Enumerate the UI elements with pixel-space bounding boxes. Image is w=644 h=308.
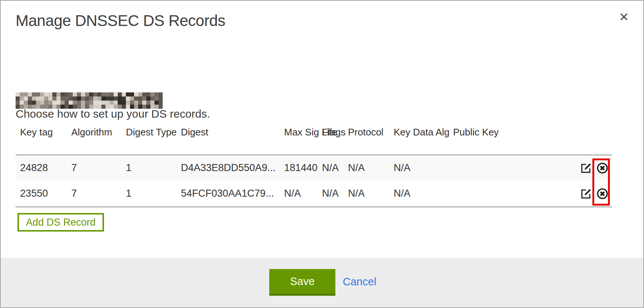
cell-flags: N/A (318, 155, 344, 181)
cell-key-tag: 23550 (16, 181, 67, 207)
col-header-digest-type: Digest Type (121, 124, 176, 155)
col-header-actions (538, 124, 612, 155)
page-title: Manage DNSSEC DS Records (16, 12, 225, 30)
col-header-protocol: Protocol (344, 124, 389, 155)
cell-digest-type: 1 (121, 155, 176, 181)
cell-public-key (449, 155, 538, 181)
table-row: 24828 7 1 D4A33E8DD550A9... 1814400 N/A … (16, 155, 612, 181)
add-ds-record-button[interactable]: Add DS Record (17, 213, 104, 232)
table-row: 23550 7 1 54FCF030AA1C79... N/A N/A N/A … (16, 181, 612, 207)
edit-record-button[interactable] (580, 188, 592, 200)
cell-key-data-alg: N/A (389, 181, 449, 207)
col-header-algorithm: Algorithm (67, 124, 121, 155)
cancel-link[interactable]: Cancel (343, 276, 376, 288)
dialog-footer: Save Cancel (1, 258, 643, 307)
manage-dnssec-dialog: Manage DNSSEC DS Records ✕ Choose how to… (0, 0, 644, 308)
cell-max-sig-life: N/A (280, 181, 318, 207)
close-icon[interactable]: ✕ (616, 9, 632, 25)
delete-record-button[interactable] (596, 162, 608, 174)
col-header-digest: Digest (176, 124, 280, 155)
table-header-row: Key tag Algorithm Digest Type Digest Max… (16, 124, 612, 155)
delete-record-button[interactable] (596, 188, 608, 200)
delete-icon (596, 188, 608, 200)
cell-digest: D4A33E8DD550A9... (176, 155, 280, 181)
edit-record-button[interactable] (580, 162, 592, 174)
subtitle-instructions: Choose how to set up your DS records. (16, 108, 210, 120)
cell-protocol: N/A (344, 155, 389, 181)
cell-digest-type: 1 (121, 181, 176, 207)
delete-icon (596, 162, 608, 174)
edit-icon (580, 188, 592, 200)
row-actions (538, 181, 612, 207)
save-button[interactable]: Save (269, 269, 335, 296)
cell-flags: N/A (318, 181, 344, 207)
cell-digest: 54FCF030AA1C79... (176, 181, 280, 207)
cell-protocol: N/A (344, 181, 389, 207)
ds-records-table: Key tag Algorithm Digest Type Digest Max… (16, 124, 612, 207)
cell-key-tag: 24828 (16, 155, 67, 181)
cell-algorithm: 7 (67, 155, 121, 181)
col-header-max-sig-life: Max Sig Life (280, 124, 318, 155)
edit-icon (580, 162, 592, 174)
domain-name-redacted (16, 92, 163, 109)
cell-max-sig-life: 1814400 (280, 155, 318, 181)
cell-algorithm: 7 (67, 181, 121, 207)
col-header-key-tag: Key tag (16, 124, 67, 155)
col-header-key-data-alg: Key Data Alg (389, 124, 449, 155)
cell-key-data-alg: N/A (389, 155, 449, 181)
cell-public-key (449, 181, 538, 207)
row-actions (538, 155, 612, 181)
col-header-public-key: Public Key (449, 124, 538, 155)
